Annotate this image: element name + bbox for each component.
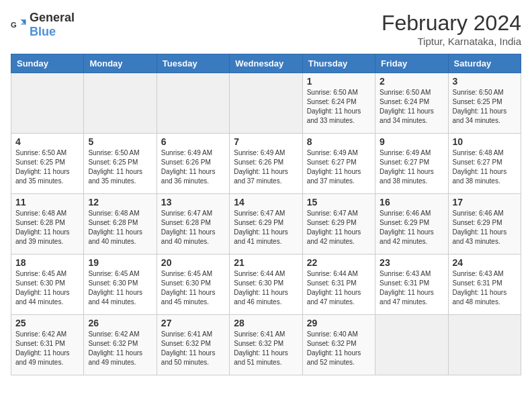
page-header: G General Blue February 2024 Tiptur, Kar… xyxy=(11,11,521,47)
day-number: 16 xyxy=(380,197,443,208)
calendar-cell: 7Sunrise: 6:49 AMSunset: 6:26 PMDaylight… xyxy=(230,134,302,194)
title-block: February 2024 Tiptur, Karnataka, India xyxy=(382,11,521,47)
day-info: Sunrise: 6:47 AMSunset: 6:29 PMDaylight:… xyxy=(234,209,298,246)
calendar-cell: 19Sunrise: 6:45 AMSunset: 6:30 PMDayligh… xyxy=(84,255,157,315)
day-number: 25 xyxy=(15,318,79,328)
calendar-cell: 6Sunrise: 6:49 AMSunset: 6:26 PMDaylight… xyxy=(157,134,229,194)
day-number: 7 xyxy=(234,136,298,147)
day-number: 20 xyxy=(161,257,225,268)
calendar-body: 1Sunrise: 6:50 AMSunset: 6:24 PMDaylight… xyxy=(11,73,521,375)
calendar-cell: 12Sunrise: 6:48 AMSunset: 6:28 PMDayligh… xyxy=(84,194,157,255)
day-info: Sunrise: 6:49 AMSunset: 6:26 PMDaylight:… xyxy=(234,148,298,186)
day-info: Sunrise: 6:40 AMSunset: 6:32 PMDaylight:… xyxy=(307,330,371,367)
calendar-week-2: 4Sunrise: 6:50 AMSunset: 6:25 PMDaylight… xyxy=(11,134,521,194)
weekday-header-sunday: Sunday xyxy=(11,54,84,73)
calendar-cell xyxy=(448,315,521,375)
day-number: 21 xyxy=(234,257,298,268)
day-info: Sunrise: 6:50 AMSunset: 6:24 PMDaylight:… xyxy=(307,88,371,126)
calendar-cell: 21Sunrise: 6:44 AMSunset: 6:30 PMDayligh… xyxy=(230,255,302,315)
weekday-header-thursday: Thursday xyxy=(302,54,375,73)
calendar-cell: 20Sunrise: 6:45 AMSunset: 6:30 PMDayligh… xyxy=(157,255,229,315)
calendar-table: SundayMondayTuesdayWednesdayThursdayFrid… xyxy=(11,54,521,375)
calendar-cell: 13Sunrise: 6:47 AMSunset: 6:28 PMDayligh… xyxy=(157,194,229,255)
day-number: 24 xyxy=(453,257,517,268)
day-number: 2 xyxy=(380,76,443,87)
logo: G General Blue xyxy=(11,11,75,39)
calendar-cell xyxy=(157,73,229,134)
calendar-cell: 9Sunrise: 6:49 AMSunset: 6:27 PMDaylight… xyxy=(375,134,448,194)
calendar-subtitle: Tiptur, Karnataka, India xyxy=(382,36,521,47)
weekday-header-monday: Monday xyxy=(84,54,157,73)
day-info: Sunrise: 6:47 AMSunset: 6:28 PMDaylight:… xyxy=(161,209,225,246)
day-number: 19 xyxy=(88,257,152,268)
calendar-cell: 10Sunrise: 6:48 AMSunset: 6:27 PMDayligh… xyxy=(448,134,521,194)
day-info: Sunrise: 6:47 AMSunset: 6:29 PMDaylight:… xyxy=(307,209,371,246)
day-info: Sunrise: 6:48 AMSunset: 6:28 PMDaylight:… xyxy=(88,209,152,246)
day-info: Sunrise: 6:50 AMSunset: 6:25 PMDaylight:… xyxy=(88,148,152,186)
day-info: Sunrise: 6:45 AMSunset: 6:30 PMDaylight:… xyxy=(15,269,79,307)
day-info: Sunrise: 6:50 AMSunset: 6:24 PMDaylight:… xyxy=(380,88,443,126)
day-number: 26 xyxy=(88,318,152,328)
calendar-cell: 17Sunrise: 6:46 AMSunset: 6:29 PMDayligh… xyxy=(448,194,521,255)
day-number: 29 xyxy=(307,318,371,328)
weekday-header-row: SundayMondayTuesdayWednesdayThursdayFrid… xyxy=(11,54,521,73)
day-number: 9 xyxy=(380,136,443,147)
logo-blue-text: Blue xyxy=(30,25,56,38)
calendar-cell xyxy=(11,73,84,134)
calendar-cell: 1Sunrise: 6:50 AMSunset: 6:24 PMDaylight… xyxy=(302,73,375,134)
day-number: 14 xyxy=(234,197,298,208)
day-number: 8 xyxy=(307,136,371,147)
day-number: 10 xyxy=(453,136,517,147)
day-info: Sunrise: 6:43 AMSunset: 6:31 PMDaylight:… xyxy=(453,269,517,307)
calendar-week-1: 1Sunrise: 6:50 AMSunset: 6:24 PMDaylight… xyxy=(11,73,521,134)
day-info: Sunrise: 6:42 AMSunset: 6:31 PMDaylight:… xyxy=(15,330,79,367)
logo-icon: G xyxy=(11,17,27,33)
day-number: 4 xyxy=(15,136,79,147)
calendar-cell: 27Sunrise: 6:41 AMSunset: 6:32 PMDayligh… xyxy=(157,315,229,375)
calendar-cell: 2Sunrise: 6:50 AMSunset: 6:24 PMDaylight… xyxy=(375,73,448,134)
logo-general-text: General xyxy=(30,11,75,24)
day-info: Sunrise: 6:49 AMSunset: 6:26 PMDaylight:… xyxy=(161,148,225,186)
day-info: Sunrise: 6:41 AMSunset: 6:32 PMDaylight:… xyxy=(161,330,225,367)
calendar-week-5: 25Sunrise: 6:42 AMSunset: 6:31 PMDayligh… xyxy=(11,315,521,375)
day-info: Sunrise: 6:46 AMSunset: 6:29 PMDaylight:… xyxy=(380,209,443,246)
calendar-cell: 14Sunrise: 6:47 AMSunset: 6:29 PMDayligh… xyxy=(230,194,302,255)
day-number: 23 xyxy=(380,257,443,268)
day-info: Sunrise: 6:46 AMSunset: 6:29 PMDaylight:… xyxy=(453,209,517,246)
day-number: 28 xyxy=(234,318,298,328)
day-info: Sunrise: 6:44 AMSunset: 6:30 PMDaylight:… xyxy=(234,269,298,307)
day-info: Sunrise: 6:45 AMSunset: 6:30 PMDaylight:… xyxy=(88,269,152,307)
calendar-week-3: 11Sunrise: 6:48 AMSunset: 6:28 PMDayligh… xyxy=(11,194,521,255)
calendar-cell: 22Sunrise: 6:44 AMSunset: 6:31 PMDayligh… xyxy=(302,255,375,315)
calendar-cell: 23Sunrise: 6:43 AMSunset: 6:31 PMDayligh… xyxy=(375,255,448,315)
weekday-header-saturday: Saturday xyxy=(448,54,521,73)
calendar-header: SundayMondayTuesdayWednesdayThursdayFrid… xyxy=(11,54,521,73)
calendar-cell: 15Sunrise: 6:47 AMSunset: 6:29 PMDayligh… xyxy=(302,194,375,255)
day-number: 18 xyxy=(15,257,79,268)
calendar-cell: 3Sunrise: 6:50 AMSunset: 6:25 PMDaylight… xyxy=(448,73,521,134)
calendar-cell: 8Sunrise: 6:49 AMSunset: 6:27 PMDaylight… xyxy=(302,134,375,194)
day-info: Sunrise: 6:45 AMSunset: 6:30 PMDaylight:… xyxy=(161,269,225,307)
calendar-cell: 29Sunrise: 6:40 AMSunset: 6:32 PMDayligh… xyxy=(302,315,375,375)
day-info: Sunrise: 6:49 AMSunset: 6:27 PMDaylight:… xyxy=(307,148,371,186)
day-info: Sunrise: 6:41 AMSunset: 6:32 PMDaylight:… xyxy=(234,330,298,367)
day-number: 11 xyxy=(15,197,79,208)
day-number: 6 xyxy=(161,136,225,147)
weekday-header-wednesday: Wednesday xyxy=(230,54,302,73)
calendar-cell xyxy=(84,73,157,134)
svg-text:G: G xyxy=(11,21,17,29)
calendar-cell: 18Sunrise: 6:45 AMSunset: 6:30 PMDayligh… xyxy=(11,255,84,315)
day-number: 5 xyxy=(88,136,152,147)
day-info: Sunrise: 6:50 AMSunset: 6:25 PMDaylight:… xyxy=(453,88,517,126)
weekday-header-friday: Friday xyxy=(375,54,448,73)
calendar-cell: 24Sunrise: 6:43 AMSunset: 6:31 PMDayligh… xyxy=(448,255,521,315)
calendar-cell: 4Sunrise: 6:50 AMSunset: 6:25 PMDaylight… xyxy=(11,134,84,194)
calendar-cell: 25Sunrise: 6:42 AMSunset: 6:31 PMDayligh… xyxy=(11,315,84,375)
calendar-cell xyxy=(230,73,302,134)
calendar-cell: 11Sunrise: 6:48 AMSunset: 6:28 PMDayligh… xyxy=(11,194,84,255)
calendar-cell xyxy=(375,315,448,375)
day-info: Sunrise: 6:48 AMSunset: 6:27 PMDaylight:… xyxy=(453,148,517,186)
day-info: Sunrise: 6:44 AMSunset: 6:31 PMDaylight:… xyxy=(307,269,371,307)
calendar-cell: 28Sunrise: 6:41 AMSunset: 6:32 PMDayligh… xyxy=(230,315,302,375)
day-number: 3 xyxy=(453,76,517,87)
